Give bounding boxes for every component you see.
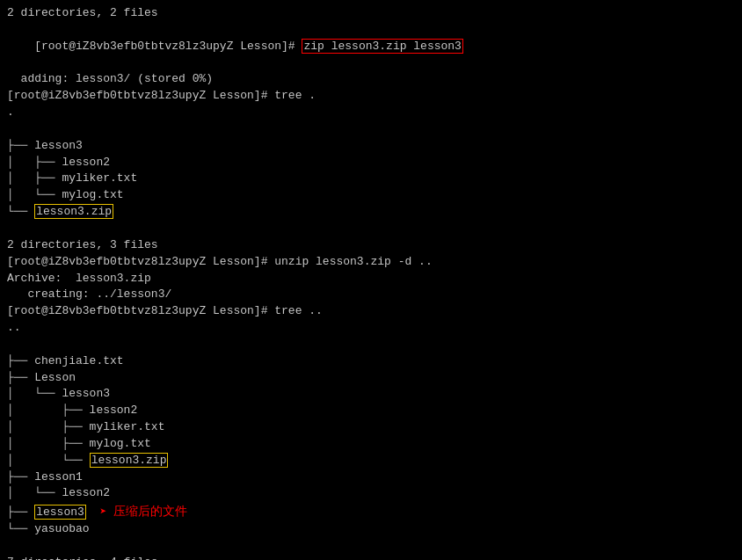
lesson3-box: lesson3 <box>34 505 86 520</box>
line-blank-2 <box>7 221 735 237</box>
line-lesson3-sub: │ └── lesson3 <box>7 386 735 403</box>
line-blank-1 <box>7 121 735 138</box>
line-dir-count-3: 7 directories, 4 files <box>7 555 735 560</box>
annotation-label: 压缩后的文件 <box>113 504 187 518</box>
line-lesson3-box: ├── lesson3 ➤ 压缩后的文件 <box>7 502 735 521</box>
line-dir-count-1: 2 directories, 2 files <box>7 5 735 22</box>
line-tree-cmd-2: [root@iZ8vb3efb0tbtvz8lz3upyZ Lesson]# t… <box>7 303 735 320</box>
line-lesson1: ├── lesson1 <box>7 469 735 486</box>
line-lesson2-sub: │ ├── lesson2 <box>7 403 735 419</box>
line-chenjiale: ├── chenjiale.txt <box>7 353 735 370</box>
line-mylog-sub: │ ├── mylog.txt <box>7 436 735 453</box>
line-archive: Archive: lesson3.zip <box>7 271 735 287</box>
lesson3zip-box-2: lesson3.zip <box>90 453 169 468</box>
line-blank-4 <box>7 538 735 555</box>
zip-command-highlight: zip lesson3.zip lesson3 <box>302 39 462 54</box>
arrow-icon: ➤ <box>99 505 106 519</box>
line-unzip-cmd: [root@iZ8vb3efb0tbtvz8lz3upyZ Lesson]# u… <box>7 254 735 271</box>
line-adding: adding: lesson3/ (stored 0%) <box>7 71 735 88</box>
line-lesson3zip-2: │ └── lesson3.zip <box>7 453 735 469</box>
terminal-window: 2 directories, 2 files [root@iZ8vb3efb0t… <box>7 5 735 560</box>
line-dotdot: .. <box>7 320 735 337</box>
line-dir-count-2: 2 directories, 3 files <box>7 237 735 254</box>
line-tree-myliker: │ ├── myliker.txt <box>7 171 735 187</box>
line-lesson3zip-1: └── lesson3.zip <box>7 204 735 221</box>
line-zip-command: [root@iZ8vb3efb0tbtvz8lz3upyZ Lesson]# z… <box>7 22 735 72</box>
line-dot-1: . <box>7 105 735 121</box>
prompt-text: [root@iZ8vb3efb0tbtvz8lz3upyZ Lesson]# <box>34 40 302 53</box>
line-lesson2-root: │ └── lesson2 <box>7 485 735 502</box>
line-myliker-sub: │ ├── myliker.txt <box>7 419 735 436</box>
line-lesson-dir: ├── Lesson <box>7 370 735 387</box>
line-yasuobao: └── yasuobao <box>7 521 735 538</box>
lesson3zip-box-1: lesson3.zip <box>34 204 113 219</box>
line-creating: creating: ../lesson3/ <box>7 287 735 303</box>
line-tree-lesson3: ├── lesson3 <box>7 138 735 155</box>
line-tree-lesson2: │ ├── lesson2 <box>7 155 735 171</box>
line-tree-mylog: │ └── mylog.txt <box>7 187 735 204</box>
line-tree-cmd-1: [root@iZ8vb3efb0tbtvz8lz3upyZ Lesson]# t… <box>7 88 735 105</box>
line-blank-3 <box>7 337 735 353</box>
